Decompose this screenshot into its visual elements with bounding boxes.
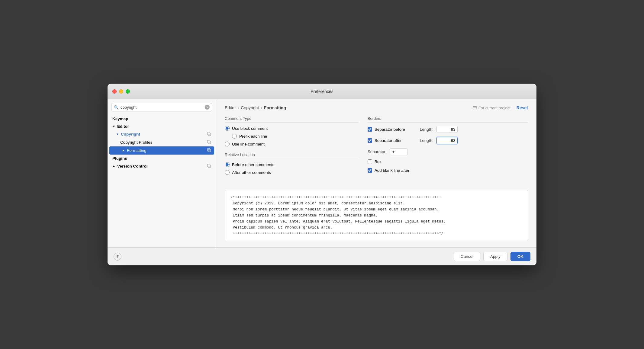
radio-before-comments[interactable]: Before other comments: [225, 162, 359, 167]
search-input[interactable]: [121, 105, 203, 110]
breadcrumb-formatting: Formatting: [264, 105, 286, 110]
formatting-label: Formatting: [127, 148, 147, 153]
radio-block-comment[interactable]: Use block comment: [225, 126, 359, 131]
radio-prefix-input[interactable]: [232, 134, 237, 139]
comment-type-section-title: Comment Type: [225, 116, 359, 123]
sidebar: 🔍 ✕ Keymap ▼ Editor ▼ Copyright Copyrigh…: [108, 99, 216, 247]
radio-after-input[interactable]: [225, 170, 230, 175]
help-button[interactable]: ?: [114, 253, 121, 261]
radio-line-input[interactable]: [225, 142, 230, 146]
svg-rect-3: [208, 140, 210, 143]
breadcrumb-editor: Editor: [225, 105, 236, 110]
search-box[interactable]: 🔍 ✕: [111, 103, 212, 111]
add-blank-line-checkbox[interactable]: Add blank line after: [368, 168, 410, 173]
search-icon: 🔍: [114, 105, 119, 110]
separator-char-label: Separator:: [368, 149, 387, 154]
left-panel: Comment Type Use block comment Prefix ea…: [225, 116, 359, 181]
sidebar-item-formatting[interactable]: ► Formatting: [109, 146, 214, 155]
minimize-button[interactable]: [119, 89, 123, 94]
copy-icon-formatting: [207, 148, 211, 153]
copy-icon: [207, 132, 211, 137]
expand-icon-formatting: ►: [122, 149, 125, 152]
close-button[interactable]: [112, 89, 117, 94]
relative-location-section: Relative Location Before other comments …: [225, 152, 359, 175]
relative-location-section-title: Relative Location: [225, 152, 359, 159]
separator-after-row: Separator after Length:: [368, 137, 528, 144]
expand-icon-vc: ►: [112, 165, 115, 168]
box-input[interactable]: [368, 159, 372, 164]
add-blank-line-label: Add blank line after: [375, 168, 410, 173]
separator-after-length-input[interactable]: [436, 137, 458, 144]
footer: ? Cancel Apply OK: [108, 247, 536, 265]
separator-before-length-label: Length:: [420, 127, 433, 132]
add-blank-line-input[interactable]: [368, 168, 372, 173]
maximize-button[interactable]: [126, 89, 130, 94]
for-current-project-label: For current project: [478, 106, 510, 110]
sidebar-item-plugins[interactable]: Plugins: [108, 155, 216, 162]
sidebar-item-editor[interactable]: ▼ Editor: [108, 123, 216, 130]
ok-button[interactable]: OK: [510, 252, 530, 261]
radio-block-input[interactable]: [225, 126, 230, 131]
box-label: Box: [375, 159, 382, 164]
separator-after-input[interactable]: [368, 138, 372, 143]
breadcrumb-copyright: Copyright: [241, 105, 259, 110]
separator-before-checkbox[interactable]: Separator before: [368, 127, 417, 132]
copy-icon-vc: [207, 164, 211, 169]
separator-char-row: Separator:: [368, 148, 528, 155]
svg-rect-7: [208, 164, 210, 167]
separator-after-length-label: Length:: [420, 138, 433, 143]
titlebar: Preferences: [108, 84, 536, 99]
svg-rect-1: [208, 132, 210, 135]
right-panel: Borders Separator before Length: Separat…: [368, 116, 528, 181]
radio-after-label: After other comments: [232, 170, 271, 175]
box-checkbox[interactable]: Box: [368, 159, 382, 164]
copyright-label: Copyright: [121, 132, 140, 136]
separator-before-label: Separator before: [375, 127, 417, 132]
content-area: Editor › Copyright › Formatting For curr…: [216, 99, 536, 247]
radio-before-input[interactable]: [225, 162, 230, 167]
radio-before-label: Before other comments: [232, 162, 274, 167]
expand-icon: ▼: [116, 133, 119, 136]
radio-line-comment[interactable]: Use line comment: [225, 142, 359, 146]
separator-before-row: Separator before Length:: [368, 126, 528, 133]
plugins-label: Plugins: [112, 156, 127, 161]
breadcrumb-sep-2: ›: [261, 105, 262, 110]
copy-icon-profiles: [207, 140, 211, 145]
radio-after-comments[interactable]: After other comments: [225, 170, 359, 175]
expand-icon: ▼: [112, 125, 115, 128]
comment-type-radio-group: Use block comment Prefix each line Use l…: [225, 126, 359, 146]
separator-before-length-input[interactable]: [436, 126, 458, 133]
sidebar-item-version-control[interactable]: ► Version Control: [108, 162, 216, 170]
preferences-window: Preferences 🔍 ✕ Keymap ▼ Editor ▼ Copyri…: [108, 84, 536, 265]
preview-area: /*++++++++++++++++++++++++++++++++++++++…: [225, 190, 528, 241]
separator-char-input[interactable]: [390, 148, 408, 155]
radio-line-label: Use line comment: [232, 142, 265, 146]
version-control-label: Version Control: [117, 164, 148, 168]
separator-after-label: Separator after: [375, 138, 417, 143]
breadcrumb: Editor › Copyright › Formatting For curr…: [225, 105, 528, 110]
sidebar-item-copyright-profiles[interactable]: Copyright Profiles: [108, 138, 216, 146]
main-content: 🔍 ✕ Keymap ▼ Editor ▼ Copyright Copyrigh…: [108, 99, 536, 247]
reset-button[interactable]: Reset: [517, 105, 528, 110]
copyright-profiles-label: Copyright Profiles: [120, 140, 153, 145]
sidebar-item-keymap[interactable]: Keymap: [108, 115, 216, 123]
clear-search-button[interactable]: ✕: [205, 105, 210, 110]
traffic-lights: [112, 89, 130, 94]
cancel-button[interactable]: Cancel: [454, 252, 480, 261]
radio-block-label: Use block comment: [232, 126, 268, 131]
location-radio-group: Before other comments After other commen…: [225, 162, 359, 175]
panels: Comment Type Use block comment Prefix ea…: [225, 116, 528, 181]
sidebar-item-copyright[interactable]: ▼ Copyright: [108, 130, 216, 138]
separator-before-input[interactable]: [368, 127, 372, 132]
apply-button[interactable]: Apply: [483, 252, 507, 261]
radio-prefix-label: Prefix each line: [239, 134, 267, 139]
box-row: Box: [368, 159, 528, 164]
project-label: For current project: [473, 106, 510, 110]
keymap-label: Keymap: [112, 117, 128, 121]
borders-section-title: Borders: [368, 116, 528, 123]
add-blank-line-row: Add blank line after: [368, 168, 528, 173]
separator-after-checkbox[interactable]: Separator after: [368, 138, 417, 143]
breadcrumb-sep-1: ›: [238, 105, 239, 110]
svg-rect-8: [473, 107, 477, 109]
radio-prefix-line[interactable]: Prefix each line: [225, 134, 359, 139]
